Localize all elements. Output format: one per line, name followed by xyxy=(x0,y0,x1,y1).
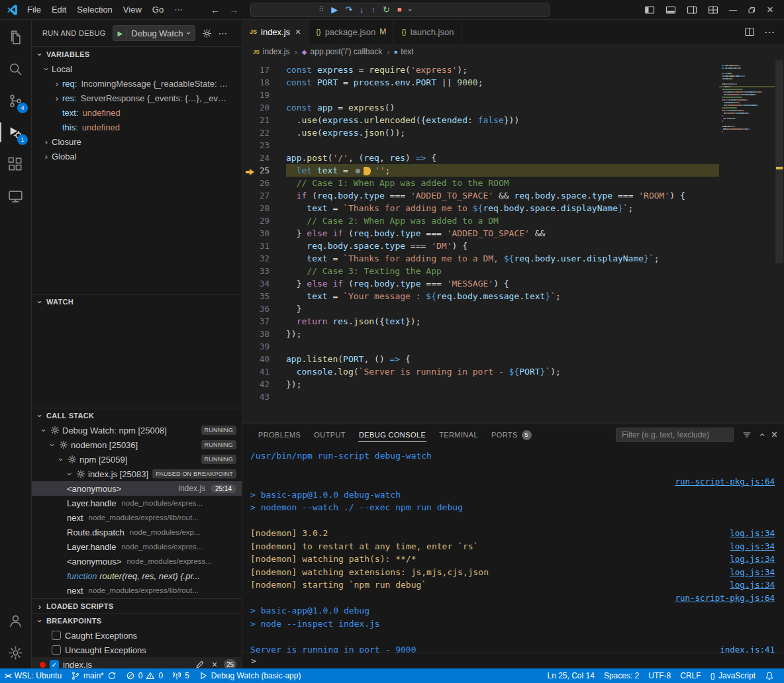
debug-status[interactable]: Debug Watch (basic-app) xyxy=(194,668,306,683)
code-line-40[interactable]: 40app.listen(PORT, () => { xyxy=(242,353,719,365)
minimap[interactable] xyxy=(719,60,775,424)
close-panel-icon[interactable]: × xyxy=(771,429,777,441)
scope-closure[interactable]: ›Closure xyxy=(32,134,242,149)
code-line-31[interactable]: 31 req.body.space.type === 'DM') { xyxy=(242,240,719,252)
code-line-17[interactable]: 17const express = require('express'); xyxy=(242,64,719,76)
eol[interactable]: CRLF xyxy=(675,668,705,683)
gutter[interactable]: 26 xyxy=(242,177,286,189)
inline-breakpoint-hint-icon[interactable] xyxy=(356,169,360,173)
code-line-28[interactable]: 28 text = `Thanks for adding me to ${req… xyxy=(242,202,719,214)
variable-row[interactable]: ›req:IncomingMessage {_readableState: … xyxy=(32,76,242,91)
loaded-scripts-header[interactable]: › LOADED SCRIPTS xyxy=(32,599,242,613)
breakpoint-row[interactable]: ✓index.js×25 xyxy=(32,657,242,668)
code-line-32[interactable]: 32 text = `Thanks for adding me to a DM,… xyxy=(242,252,719,265)
breakpoints-header[interactable]: › BREAKPOINTS xyxy=(32,614,242,628)
panel-tab-output[interactable]: OUTPUT xyxy=(307,424,352,445)
variable-row[interactable]: this:undefined xyxy=(32,120,242,134)
remove-breakpoint-icon[interactable]: × xyxy=(209,659,220,668)
code-line-35[interactable]: 35 text = `Your message : ${req.body.mes… xyxy=(242,290,719,302)
breakpoint-checkbox[interactable] xyxy=(52,631,61,640)
watch-header[interactable]: › WATCH xyxy=(32,295,242,309)
nav-back-icon[interactable]: ← xyxy=(211,5,220,15)
panel-tab-problems[interactable]: PROBLEMS xyxy=(252,424,307,445)
gutter[interactable]: 36 xyxy=(242,302,286,315)
toggle-secondary-sidebar-icon[interactable] xyxy=(687,5,697,15)
toggle-panel-icon[interactable] xyxy=(665,5,676,15)
code-line-27[interactable]: 27 if (req.body.type === 'ADDED_TO_SPACE… xyxy=(242,189,719,202)
editor-more-icon[interactable]: ⋯ xyxy=(764,26,775,38)
code-line-38[interactable]: 38}); xyxy=(242,328,719,340)
menu-overflow[interactable]: ⋯ xyxy=(169,5,188,15)
gutter[interactable]: 25 xyxy=(242,164,286,177)
code-line-42[interactable]: 42}); xyxy=(242,378,719,390)
toggle-primary-sidebar-icon[interactable] xyxy=(644,5,655,15)
activity-settings[interactable] xyxy=(0,637,31,668)
gutter[interactable]: 40 xyxy=(242,353,286,365)
command-center[interactable]: ⠿ ▶ ↷ ↓ ↑ ↻ ■ › xyxy=(250,3,550,17)
code-line-30[interactable]: 30 } else if (req.body.type === 'ADDED_T… xyxy=(242,227,719,240)
activity-extensions[interactable] xyxy=(0,148,31,180)
continue-button[interactable]: ▶ xyxy=(331,5,338,14)
activity-search[interactable] xyxy=(0,53,31,85)
code-line-36[interactable]: 36 } xyxy=(242,302,719,315)
panel-tab-terminal[interactable]: TERMINAL xyxy=(432,424,485,445)
gutter[interactable]: 18 xyxy=(242,76,286,89)
minimize-button[interactable]: — xyxy=(729,5,737,15)
panel-tab-debug-console[interactable]: DEBUG CONSOLE xyxy=(352,424,432,445)
edit-breakpoint-icon[interactable] xyxy=(195,659,205,668)
code-line-34[interactable]: 34 } else if (req.body.type === 'MESSAGE… xyxy=(242,277,719,290)
breakpoint-row[interactable]: Uncaught Exceptions xyxy=(32,643,242,657)
code-line-26[interactable]: 26 // Case 1: When App was added to the … xyxy=(242,177,719,189)
callstack-session[interactable]: ›nodemon [25036]RUNNING xyxy=(32,437,242,452)
breakpoint-checkbox[interactable]: ✓ xyxy=(50,660,59,668)
gutter[interactable]: 38 xyxy=(242,328,286,340)
editor-scrollbar[interactable] xyxy=(775,60,784,424)
gutter[interactable]: 27 xyxy=(242,189,286,202)
step-over-button[interactable]: ↷ xyxy=(345,5,352,14)
variables-header[interactable]: › VARIABLES xyxy=(32,47,242,62)
console-source-link[interactable]: log.js:34 xyxy=(730,567,775,577)
scrollbar-thumb[interactable] xyxy=(775,60,783,263)
gutter[interactable]: 42 xyxy=(242,378,286,390)
tab-index.js[interactable]: JSindex.js× xyxy=(242,20,309,44)
scope-local[interactable]: ›Local xyxy=(32,62,242,76)
gutter[interactable]: 41 xyxy=(242,365,286,378)
gutter[interactable]: 22 xyxy=(242,126,286,139)
callstack-frame[interactable]: nextnode_modules/express/lib/rout... xyxy=(32,583,242,598)
menu-go[interactable]: Go xyxy=(147,5,169,15)
close-window-button[interactable]: × xyxy=(767,3,773,17)
console-source-link[interactable]: run-script-pkg.js:64 xyxy=(675,593,775,603)
breakpoint-checkbox[interactable] xyxy=(52,645,61,655)
gutter[interactable]: 21 xyxy=(242,114,286,126)
code-line-33[interactable]: 33 // Case 3: Texting the App xyxy=(242,265,719,277)
close-tab-icon[interactable]: × xyxy=(295,26,301,37)
menu-view[interactable]: View xyxy=(118,5,147,15)
language-mode[interactable]: {} JavaScript xyxy=(706,668,760,683)
activity-account[interactable] xyxy=(0,605,31,637)
breadcrumb-item[interactable]: ■text xyxy=(395,47,414,56)
callstack-frame[interactable]: <anonymous>index.js25:14 xyxy=(32,481,242,496)
gutter[interactable]: 39 xyxy=(242,340,286,353)
callstack-frame[interactable]: <anonymous>node_modules/express... xyxy=(32,554,242,569)
remote-indicator[interactable]: >< WSL: Ubuntu xyxy=(0,668,66,683)
maximize-panel-icon[interactable]: › xyxy=(756,433,767,437)
indentation[interactable]: Spaces: 2 xyxy=(599,668,644,683)
code-line-21[interactable]: 21 .use(express.urlencoded({extended: fa… xyxy=(242,114,719,126)
console-source-link[interactable]: log.js:34 xyxy=(730,554,775,564)
breadcrumb-item[interactable]: JSindex.js xyxy=(253,47,289,56)
menu-file[interactable]: File xyxy=(22,5,46,15)
tab-launch.json[interactable]: {}launch.json xyxy=(394,20,462,44)
gutter[interactable]: 31 xyxy=(242,240,286,252)
console-source-link[interactable]: run-script-pkg.js:64 xyxy=(675,477,775,486)
console-input[interactable]: > xyxy=(242,653,784,668)
callstack-frame[interactable]: nextnode_modules/express/lib/rout... xyxy=(32,510,242,525)
variable-row[interactable]: text:undefined xyxy=(32,105,242,120)
console-options-icon[interactable] xyxy=(742,430,752,440)
panel-tab-ports[interactable]: PORTS5 xyxy=(485,424,538,445)
branch-indicator[interactable]: main* xyxy=(66,668,121,683)
code-line-25[interactable]: 25 let text = ''; xyxy=(242,164,719,177)
breakpoint-row[interactable]: Caught Exceptions xyxy=(32,628,242,643)
step-out-button[interactable]: ↑ xyxy=(371,5,376,14)
variable-row[interactable]: ›res:ServerResponse {_events: {…}, _ev… xyxy=(32,91,242,105)
callstack-session[interactable]: ›npm [25059]RUNNING xyxy=(32,452,242,467)
